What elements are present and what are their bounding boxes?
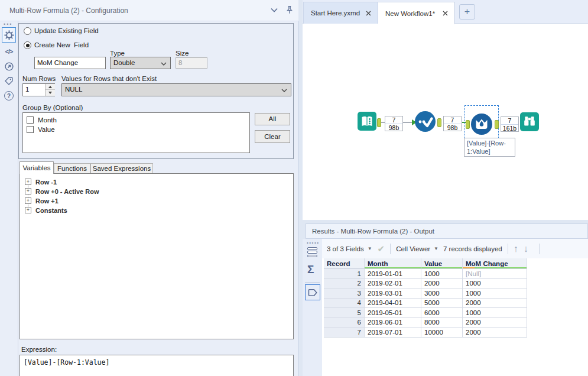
tree-item-constants[interactable]: +Constants <box>25 206 67 214</box>
data-cell[interactable]: 2000 <box>421 279 463 289</box>
num-rows-label: Num Rows <box>22 75 56 82</box>
data-cell[interactable]: 1000 <box>463 279 527 289</box>
expand-icon[interactable]: + <box>25 197 31 204</box>
value-checkbox[interactable] <box>27 126 34 133</box>
code-icon[interactable]: </> <box>0 45 18 58</box>
help-icon[interactable]: ? <box>0 89 18 102</box>
spinner-up-button[interactable] <box>46 84 55 90</box>
tag-icon[interactable] <box>0 74 18 87</box>
output-anchor[interactable] <box>437 118 441 127</box>
type-dropdown[interactable]: Double <box>110 57 171 69</box>
expand-icon[interactable]: + <box>25 179 31 185</box>
spinner-down-button[interactable] <box>46 90 55 96</box>
metadata-view-icon[interactable]: Σ <box>307 263 314 276</box>
data-cell[interactable]: 2019-04-01 <box>365 299 421 309</box>
results-content: 3 of 3 Fields ▼ ✔ Cell Viewer ▼ 7 record… <box>322 239 588 376</box>
data-cell[interactable]: 2019-03-01 <box>365 289 421 299</box>
data-cell[interactable]: 2019-06-01 <box>365 318 421 328</box>
input-anchor[interactable] <box>466 120 470 129</box>
tab-new-workflow1[interactable]: New Workflow1* <box>378 2 455 24</box>
select-tool[interactable] <box>415 111 436 132</box>
tree-item-row-minus1[interactable]: +Row -1 <box>25 178 57 186</box>
column-header-record[interactable]: Record <box>324 258 365 269</box>
update-existing-field-radio[interactable] <box>24 27 31 35</box>
cell-viewer-button[interactable]: Cell Viewer <box>396 245 430 252</box>
data-cell[interactable]: 2019-02-01 <box>365 279 421 289</box>
record-number-cell[interactable]: 6 <box>324 318 365 328</box>
record-number-cell[interactable]: 1 <box>324 269 365 279</box>
tree-item-row-0[interactable]: +Row +0 - Active Row <box>25 187 99 195</box>
data-cell[interactable]: 2019-01-01 <box>365 269 421 279</box>
tab-start-here[interactable]: Start Here.yxmd <box>303 2 378 24</box>
data-cell[interactable]: 1000 <box>463 308 527 318</box>
output-anchor[interactable] <box>495 120 499 129</box>
record-number-cell[interactable]: 2 <box>324 279 365 289</box>
fields-dropdown-icon[interactable]: ▼ <box>368 246 372 251</box>
tool-annotation[interactable]: [Value]-[Row-1:Value] <box>464 138 515 157</box>
tab-functions[interactable]: Functions <box>54 163 90 174</box>
tab-saved-expressions[interactable]: Saved Expressions <box>90 163 153 174</box>
month-checkbox[interactable] <box>27 116 34 124</box>
cell-viewer-dropdown-icon[interactable]: ▼ <box>434 246 438 251</box>
expression-editor[interactable]: [Value]-[Row-1:Value] <box>20 355 294 376</box>
tree-item-row-plus1[interactable]: +Row +1 <box>25 197 59 205</box>
up-down-arrows[interactable]: ↑↓ <box>514 244 534 254</box>
data-cell[interactable]: 10000 <box>421 328 463 338</box>
create-new-field-radio[interactable] <box>24 41 31 49</box>
group-by-item[interactable]: Month <box>27 116 57 124</box>
configuration-tab-selected[interactable] <box>2 27 16 43</box>
fields-summary[interactable]: 3 of 3 Fields <box>327 245 364 252</box>
data-cell[interactable]: 3000 <box>421 289 463 299</box>
results-table: Record Month Value MoM Change 12019-01-0… <box>324 258 527 338</box>
data-cell[interactable]: 2019-05-01 <box>365 308 421 318</box>
strip-grip-dots: ••• <box>4 21 12 27</box>
field-name-input[interactable]: MoM Change <box>34 57 106 69</box>
data-view-icon[interactable] <box>307 247 317 258</box>
multi-row-formula-tool[interactable] <box>471 114 492 135</box>
data-cell[interactable]: 5000 <box>421 299 463 309</box>
expand-icon[interactable]: + <box>25 207 31 213</box>
workflow-canvas[interactable]: 7 98b 7 98b <box>303 24 588 220</box>
all-button[interactable]: All <box>255 113 290 125</box>
table-row: 22019-02-0120001000 <box>324 279 527 289</box>
data-cell[interactable]: 1000 <box>421 269 463 279</box>
group-by-item[interactable]: Value <box>27 125 55 134</box>
data-cell[interactable]: 2019-07-01 <box>365 328 421 338</box>
close-tab-icon[interactable] <box>443 11 448 16</box>
record-number-cell[interactable]: 5 <box>324 308 365 318</box>
pin-icon[interactable] <box>285 5 294 15</box>
record-number-cell[interactable]: 4 <box>324 299 365 309</box>
values-for-rows-dropdown[interactable]: NULL <box>61 83 291 96</box>
data-cell[interactable]: 6000 <box>421 308 463 318</box>
text-input-tool[interactable] <box>358 112 376 131</box>
results-panel: Results - Multi-Row Formula (2) - Output… <box>299 220 588 376</box>
new-tab-button[interactable]: + <box>459 4 475 20</box>
apply-checkmark-icon[interactable]: ✔ <box>378 244 385 254</box>
num-rows-spinner[interactable]: 1 <box>22 83 55 96</box>
column-header-month[interactable]: Month <box>365 258 421 269</box>
run-icon[interactable] <box>0 60 18 73</box>
data-cell[interactable]: [Null] <box>463 269 527 279</box>
column-header-value[interactable]: Value <box>421 258 463 269</box>
results-table-body: 12019-01-011000[Null]22019-02-0120001000… <box>324 269 527 338</box>
record-number-cell[interactable]: 3 <box>324 289 365 299</box>
data-cell[interactable]: 2000 <box>463 318 527 328</box>
expand-icon[interactable]: + <box>25 188 31 195</box>
connection-badge[interactable]: 7 161b <box>501 116 519 132</box>
output-anchor[interactable] <box>377 118 381 127</box>
tab-variables[interactable]: Variables <box>20 161 54 174</box>
record-number-cell[interactable]: 7 <box>324 328 365 338</box>
data-cell[interactable]: 1000 <box>463 289 527 299</box>
data-cell[interactable]: 2000 <box>463 328 527 338</box>
column-header-mom-change[interactable]: MoM Change <box>463 258 527 269</box>
connection-badge[interactable]: 7 98b <box>385 116 403 131</box>
data-cell[interactable]: 8000 <box>421 318 463 328</box>
browse-tool[interactable] <box>520 112 539 131</box>
close-tab-icon[interactable] <box>366 11 371 16</box>
connection-badge[interactable]: 7 98b <box>443 116 462 131</box>
holistic-view-selected[interactable] <box>305 284 320 300</box>
data-cell[interactable]: 2000 <box>463 299 527 309</box>
collapse-chevron-icon[interactable] <box>271 8 278 12</box>
clear-button[interactable]: Clear <box>255 130 290 143</box>
right-side: Start Here.yxmd New Workflow1* + 7 98b <box>299 0 588 376</box>
